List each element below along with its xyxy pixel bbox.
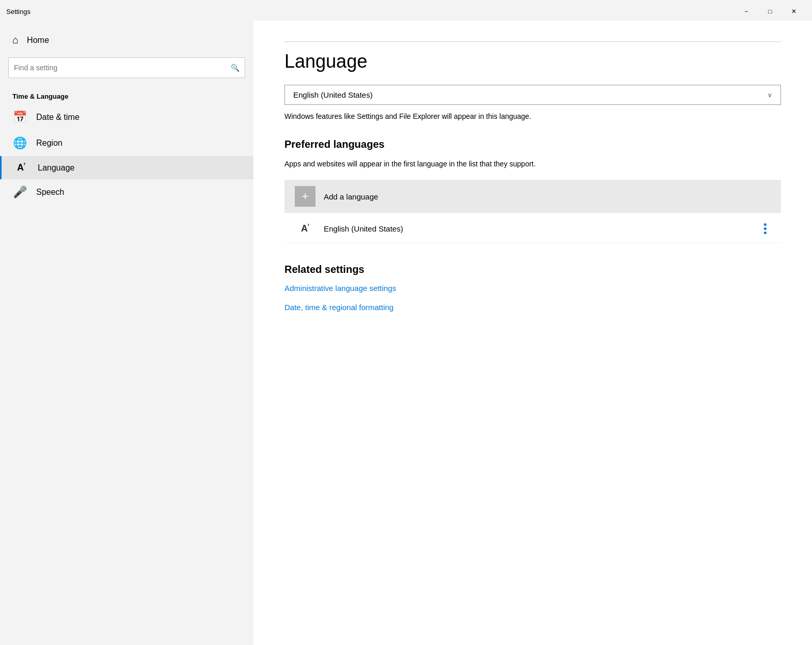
sidebar-item-label-date-time: Date & time — [36, 113, 80, 122]
minimize-button[interactable]: − — [734, 3, 758, 20]
add-language-label: Add a language — [324, 192, 378, 201]
display-language-dropdown[interactable]: English (United States) ∨ — [284, 85, 781, 105]
speech-icon: 🎤 — [12, 186, 27, 199]
language-options-button[interactable] — [760, 221, 771, 236]
search-box: 🔍 — [8, 57, 245, 78]
sidebar: ⌂ Home 🔍 Time & Language 📅 Date & time 🌐… — [0, 21, 253, 645]
related-settings-heading: Related settings — [284, 264, 781, 275]
admin-language-link[interactable]: Administrative language settings — [284, 284, 781, 293]
dot-icon — [764, 227, 766, 230]
dot-icon — [764, 223, 766, 226]
related-settings: Related settings Administrative language… — [284, 264, 781, 312]
preferred-languages-description: Apps and websites will appear in the fir… — [284, 159, 781, 170]
list-item: Aᶠ English (United States) — [284, 215, 781, 243]
display-language-description: Windows features like Settings and File … — [284, 111, 781, 122]
sidebar-item-language[interactable]: Aᶠ Language — [0, 156, 253, 179]
page-title: Language — [284, 51, 781, 72]
preferred-languages-heading: Preferred languages — [284, 139, 781, 150]
language-item-name: English (United States) — [324, 224, 751, 233]
display-language-value: English (United States) — [293, 90, 372, 99]
sidebar-item-speech[interactable]: 🎤 Speech — [0, 179, 253, 205]
content-area: Language English (United States) ∨ Windo… — [253, 21, 812, 645]
chevron-down-icon: ∨ — [768, 91, 772, 99]
home-icon: ⌂ — [12, 34, 19, 46]
sidebar-item-date-time[interactable]: 📅 Date & time — [0, 104, 253, 130]
sidebar-section-title: Time & Language — [0, 84, 253, 104]
dot-icon — [764, 232, 766, 234]
maximize-button[interactable]: □ — [758, 3, 782, 20]
date-time-regional-link[interactable]: Date, time & regional formatting — [284, 303, 781, 312]
plus-icon: + — [295, 186, 315, 207]
region-icon: 🌐 — [12, 136, 27, 150]
close-button[interactable]: ✕ — [782, 3, 806, 20]
sidebar-item-label-region: Region — [36, 139, 63, 148]
add-language-button[interactable]: + Add a language — [284, 180, 781, 213]
language-icon: Aᶠ — [14, 162, 28, 173]
search-icon: 🔍 — [231, 64, 239, 72]
home-label: Home — [27, 36, 49, 45]
app-title: Settings — [6, 8, 31, 16]
search-input[interactable] — [14, 64, 231, 72]
scroll-indicator — [284, 41, 781, 42]
sidebar-item-label-language: Language — [38, 163, 74, 173]
window-controls: − □ ✕ — [734, 3, 806, 20]
titlebar: Settings − □ ✕ — [0, 0, 812, 21]
language-item-icon: Aᶠ — [295, 223, 315, 234]
main-layout: ⌂ Home 🔍 Time & Language 📅 Date & time 🌐… — [0, 21, 812, 645]
sidebar-item-label-speech: Speech — [36, 188, 64, 197]
sidebar-item-home[interactable]: ⌂ Home — [0, 29, 253, 51]
date-time-icon: 📅 — [12, 111, 27, 124]
sidebar-item-region[interactable]: 🌐 Region — [0, 130, 253, 156]
